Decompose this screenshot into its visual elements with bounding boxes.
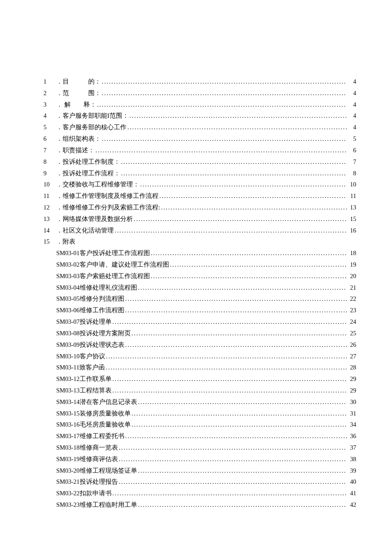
toc-entry-title: ． 解 释： xyxy=(56,99,96,110)
toc-entry-number: 3 xyxy=(43,99,56,110)
toc-sub-entry: SM03-10客户协议27 xyxy=(43,351,356,362)
toc-leader-dots xyxy=(112,316,347,328)
toc-sub-entry: SM03-07投诉处理单24 xyxy=(43,316,356,328)
toc-sub-entry: SM03-03客户索赔处理工作流程图20 xyxy=(43,270,356,282)
toc-leader-dots xyxy=(95,145,347,156)
toc-entry-page: 31 xyxy=(348,408,356,419)
toc-entry-title: SM03-07投诉处理单 xyxy=(56,316,112,328)
toc-sub-entry: SM03-05维修分判流程图22 xyxy=(43,293,356,305)
toc-entry-number: 7 xyxy=(43,145,56,156)
toc-entry-number: 11 xyxy=(43,190,56,202)
toc-entry-page: 36 xyxy=(348,430,356,442)
toc-leader-dots xyxy=(102,76,347,87)
toc-leader-dots xyxy=(170,259,347,270)
toc-entry-number: 15 xyxy=(43,236,56,247)
toc-leader-dots xyxy=(132,419,347,430)
toc-entry: 3． 解 释：4 xyxy=(43,99,356,110)
toc-leader-dots xyxy=(138,499,347,511)
toc-entry-title: ．社区文化活动管理 xyxy=(56,225,114,236)
toc-entry-title: SM03-22扣款申请书 xyxy=(56,488,112,499)
toc-sub-entry: SM03-06维修工作流程图23 xyxy=(43,305,356,316)
toc-sub-entry: SM03-19维修商评估表38 xyxy=(43,453,356,465)
toc-entry-title: SM03-18维修商一览表 xyxy=(56,442,118,453)
toc-entry-page: 21 xyxy=(348,282,356,293)
toc-entry-page: 4 xyxy=(348,110,356,122)
toc-leader-dots xyxy=(138,465,347,477)
toc-entry-number: 2 xyxy=(43,87,56,99)
toc-entry-title: SM03-19维修商评估表 xyxy=(56,453,118,465)
toc-entry-title: SM03-13工程结算表 xyxy=(56,385,112,396)
toc-entry: 6．组织架构表：5 xyxy=(43,133,356,145)
toc-entry-title: SM03-11致客户函 xyxy=(56,362,105,373)
toc-entry: 2．范 围：4 xyxy=(43,87,356,99)
toc-sub-entry: SM03-16毛坯房质量验收单34 xyxy=(43,419,356,430)
toc-entry-title: SM03-05维修分判流程图 xyxy=(56,293,124,305)
toc-sub-entry: SM03-17维修工程委托书36 xyxy=(43,430,356,442)
toc-entry-title: SM03-17维修工程委托书 xyxy=(56,430,124,442)
toc-entry-number: 6 xyxy=(43,133,56,145)
toc-entry-number: 5 xyxy=(43,122,56,133)
toc-leader-dots xyxy=(125,430,347,442)
toc-entry-title: SM03-14潜在客户信息记录表 xyxy=(56,396,137,408)
toc-entry-title: SM03-06维修工作流程图 xyxy=(56,305,124,316)
toc-sub-entry: SM03-12工作联系单29 xyxy=(43,373,356,385)
toc-entry-title: SM03-08投诉处理方案附页 xyxy=(56,328,131,339)
toc-sub-entry: SM03-02客户申请、建议处理工作流程图19 xyxy=(43,259,356,270)
toc-leader-dots xyxy=(161,202,347,213)
toc-entry-number: 13 xyxy=(43,213,56,225)
toc-leader-dots xyxy=(138,396,347,408)
toc-leader-dots xyxy=(130,110,347,122)
toc-entry: 14．社区文化活动管理16 xyxy=(43,225,356,236)
toc-leader-dots xyxy=(127,122,347,133)
toc-sub-entry: SM03-18维修商一览表37 xyxy=(43,442,356,453)
toc-entry-page: 4 xyxy=(348,99,356,110)
toc-entry: 7．职责描述：6 xyxy=(43,145,356,156)
toc-leader-dots xyxy=(121,156,347,168)
toc-leader-dots xyxy=(151,270,347,282)
toc-leader-dots xyxy=(106,351,347,362)
toc-leader-dots xyxy=(121,168,347,179)
toc-entry-title: ．职责描述： xyxy=(56,145,95,156)
toc-entry-page: 15 xyxy=(348,213,356,225)
toc-entry-page: 25 xyxy=(348,328,356,339)
toc-leader-dots xyxy=(119,442,347,453)
toc-leader-dots xyxy=(132,328,347,339)
toc-entry-page: 7 xyxy=(348,156,356,168)
toc-entry-page: 4 xyxy=(348,87,356,99)
toc-entry-page: 29 xyxy=(348,373,356,385)
toc-sub-entry: SM03-14潜在客户信息记录表30 xyxy=(43,396,356,408)
toc-leader-dots xyxy=(125,305,347,316)
toc-leader-dots xyxy=(134,213,347,225)
toc-entry-page: 22 xyxy=(348,293,356,305)
toc-entry-number: 14 xyxy=(43,225,56,236)
toc-entry-page: 38 xyxy=(348,453,356,465)
toc-entry: 13．网络媒体管理及数据分析15 xyxy=(43,213,356,225)
toc-entry-page: 40 xyxy=(348,476,356,488)
toc-entry-page: 28 xyxy=(348,362,356,373)
toc-sub-entry: SM03-23维修工程临时用工单42 xyxy=(43,499,356,511)
toc-leader-dots xyxy=(138,282,347,293)
toc-leader-dots xyxy=(119,453,347,465)
toc-entry-page: 19 xyxy=(348,259,356,270)
toc-sub-entry: SM03-15装修房质量验收单31 xyxy=(43,408,356,419)
toc-entry: 15．附表 xyxy=(43,236,356,247)
toc-entry-page: 4 xyxy=(348,122,356,133)
toc-leader-dots xyxy=(125,339,347,351)
toc-entry-page: 5 xyxy=(348,133,356,145)
toc-entry-page: 41 xyxy=(348,488,356,499)
toc-leader-dots xyxy=(112,385,347,396)
toc-entry-number: 4 xyxy=(43,110,56,122)
toc-leader-dots xyxy=(112,488,347,499)
toc-leader-dots xyxy=(119,476,347,488)
toc-entry-page: 29 xyxy=(348,385,356,396)
toc-entry-title: SM03-02客户申请、建议处理工作流程图 xyxy=(56,259,169,270)
toc-leader-dots xyxy=(97,99,347,110)
toc-entry-page: 20 xyxy=(348,270,356,282)
toc-entry-title: SM03-03客户索赔处理工作流程图 xyxy=(56,270,150,282)
toc-entry-title: SM03-16毛坯房质量验收单 xyxy=(56,419,131,430)
toc-entry-title: SM03-04维修处理礼仪流程图 xyxy=(56,282,137,293)
toc-leader-dots xyxy=(106,362,347,373)
toc-entry-title: SM03-15装修房质量验收单 xyxy=(56,408,131,419)
toc-entry-title: ．客户服务部的核心工作 xyxy=(56,122,127,133)
toc-entry-page: 27 xyxy=(348,351,356,362)
